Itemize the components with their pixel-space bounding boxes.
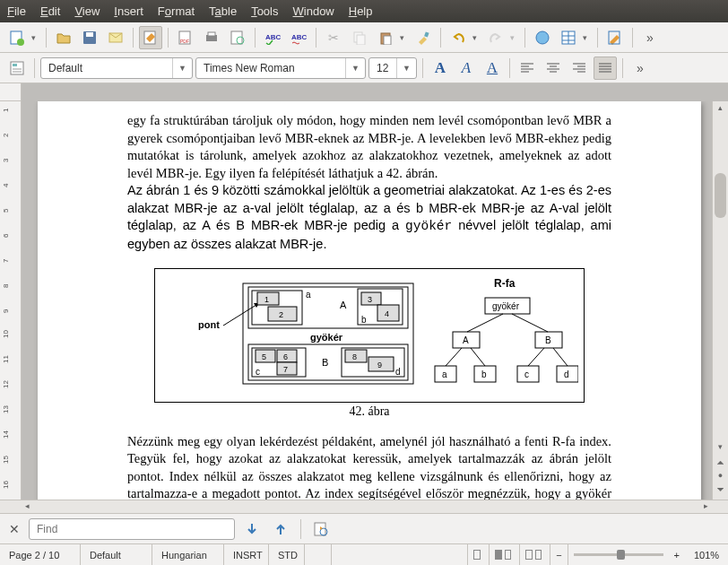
menu-tools[interactable]: Tools	[251, 4, 278, 18]
font-name-combo[interactable]: Times New Roman ▼	[195, 57, 366, 79]
status-page[interactable]: Page 2 / 10	[0, 544, 81, 565]
ruler-tick: 2	[2, 134, 10, 137]
close-findbar-button[interactable]: ✕	[5, 520, 23, 538]
auto-spellcheck-button[interactable]: ABC	[287, 26, 310, 49]
status-signature[interactable]	[305, 544, 332, 565]
zoom-slider[interactable]	[574, 553, 663, 556]
print-button[interactable]	[200, 26, 223, 49]
svg-line-80	[467, 314, 503, 332]
find-input[interactable]	[29, 518, 235, 540]
copy-button[interactable]	[348, 26, 371, 49]
view-book-button[interactable]	[520, 544, 550, 565]
table-button[interactable]	[557, 26, 580, 49]
nav-ball-icon[interactable]: ●	[713, 471, 728, 480]
hyperlink-button[interactable]	[531, 26, 554, 49]
vertical-ruler[interactable]: 12345678910111213141516	[0, 101, 22, 500]
svg-text:c: c	[524, 369, 529, 379]
menu-edit[interactable]: Edit	[40, 4, 60, 18]
align-left-button[interactable]	[516, 56, 539, 80]
format-paintbrush-button[interactable]	[412, 26, 435, 49]
zoom-in-button[interactable]: +	[669, 544, 685, 565]
vertical-scrollbar[interactable]: ▴ ▾ ⏶ ● ⏷	[712, 101, 728, 500]
italic-button[interactable]: A	[455, 56, 478, 80]
ruler-tick: 11	[2, 355, 10, 363]
dropdown-arrow-icon: ▼	[345, 58, 361, 78]
page: egy fa struktúrában tároljuk oly módon, …	[38, 101, 701, 500]
svg-text:PDF: PDF	[180, 39, 189, 44]
status-insert-mode[interactable]: INSRT	[224, 544, 269, 565]
font-name-value: Times New Roman	[204, 62, 295, 74]
menu-file[interactable]: File	[7, 4, 26, 18]
svg-text:2: 2	[279, 310, 283, 319]
undo-button[interactable]	[446, 26, 470, 49]
toolbar-more-button[interactable]: »	[638, 26, 662, 49]
font-size-value: 12	[377, 62, 388, 74]
show-draw-button[interactable]	[603, 26, 627, 49]
ruler-tick: 10	[2, 330, 10, 338]
svg-text:A: A	[340, 300, 347, 310]
zoom-value[interactable]: 101%	[685, 544, 728, 565]
svg-rect-26	[13, 64, 17, 66]
svg-line-89	[553, 348, 568, 366]
new-doc-button[interactable]	[5, 26, 29, 49]
bold-button[interactable]: A	[429, 56, 452, 80]
scroll-left-icon[interactable]: ◂	[22, 500, 33, 513]
cut-button[interactable]: ✂	[322, 26, 345, 49]
paste-button[interactable]	[374, 26, 397, 49]
nav-prev-icon[interactable]: ⏶	[713, 457, 728, 467]
preview-button[interactable]	[226, 26, 249, 49]
align-justify-button[interactable]	[594, 56, 617, 80]
view-multi-button[interactable]	[490, 544, 520, 565]
menu-format[interactable]: Format	[158, 4, 195, 18]
ruler-tick: 12	[2, 380, 10, 388]
scroll-up-icon[interactable]: ▴	[713, 101, 728, 115]
status-selection-mode[interactable]: STD	[269, 544, 305, 565]
new-doc-dropdown[interactable]: ▾	[31, 33, 40, 42]
svg-line-86	[446, 348, 462, 366]
horizontal-scrollbar[interactable]: ◂ ▸	[0, 500, 728, 513]
status-language[interactable]: Hungarian	[152, 544, 224, 565]
redo-button[interactable]	[484, 26, 507, 49]
align-right-button[interactable]	[568, 56, 591, 80]
status-style[interactable]: Default	[81, 544, 152, 565]
table-dropdown[interactable]: ▾	[583, 33, 592, 42]
export-pdf-button[interactable]: PDF	[174, 26, 197, 49]
toolbar2-more-button[interactable]: »	[628, 56, 652, 80]
figure-image: pont gyökér A a	[154, 268, 585, 403]
edit-mode-button[interactable]	[139, 26, 162, 49]
scroll-down-icon[interactable]: ▾	[713, 442, 728, 451]
font-size-combo[interactable]: 12 ▼	[368, 57, 417, 79]
nav-next-icon[interactable]: ⏷	[713, 484, 728, 494]
find-replace-button[interactable]	[309, 517, 333, 541]
paste-dropdown[interactable]: ▾	[400, 33, 409, 42]
find-next-button[interactable]	[240, 517, 264, 541]
view-single-button[interactable]	[468, 544, 490, 565]
align-center-button[interactable]	[542, 56, 565, 80]
zoom-thumb[interactable]	[617, 550, 625, 560]
document-area[interactable]: egy fa struktúrában tároljuk oly módon, …	[22, 101, 712, 500]
save-button[interactable]	[78, 26, 101, 49]
email-button[interactable]	[104, 26, 127, 49]
ruler-tick: 4	[2, 184, 10, 187]
underline-button[interactable]: A	[481, 56, 504, 80]
scroll-right-icon[interactable]: ▸	[700, 500, 712, 513]
undo-dropdown[interactable]: ▾	[472, 33, 481, 42]
svg-text:ABC: ABC	[291, 33, 307, 41]
open-button[interactable]	[52, 26, 75, 49]
menu-help[interactable]: Help	[349, 4, 373, 18]
styles-window-button[interactable]	[5, 56, 29, 80]
redo-dropdown[interactable]: ▾	[510, 33, 519, 42]
menu-view[interactable]: View	[74, 4, 100, 18]
zoom-out-button[interactable]: −	[550, 544, 568, 565]
menu-window[interactable]: Window	[293, 4, 334, 18]
menu-insert[interactable]: Insert	[114, 4, 143, 18]
svg-point-19	[536, 31, 549, 44]
ruler-tick: 6	[2, 234, 10, 238]
paragraph-style-combo[interactable]: Default ▼	[40, 57, 193, 79]
find-prev-button[interactable]	[269, 517, 292, 541]
scroll-thumb[interactable]	[715, 173, 726, 218]
ruler-tick: 3	[2, 159, 10, 162]
svg-text:b: b	[361, 315, 367, 325]
spellcheck-button[interactable]: ABC	[261, 26, 284, 49]
menu-table[interactable]: Table	[209, 4, 237, 18]
